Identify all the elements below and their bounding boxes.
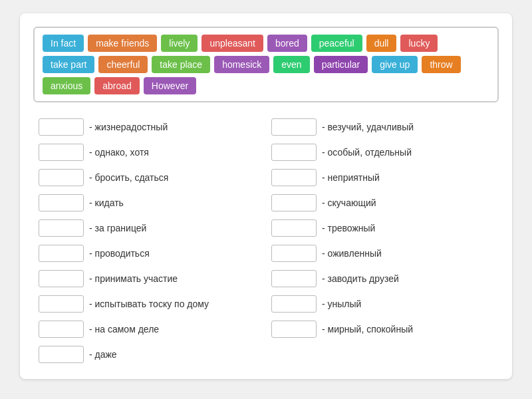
word-chip-17[interactable]: abroad	[94, 77, 140, 94]
left-input-0[interactable]	[39, 118, 84, 136]
word-chip-16[interactable]: anxious	[43, 77, 90, 94]
right-input-5[interactable]	[271, 245, 317, 262]
left-match-row-0: - жизнерадостный	[33, 116, 266, 138]
left-input-1[interactable]	[39, 144, 84, 161]
left-text-3: - кидать	[89, 198, 124, 208]
right-text-3: - скучающий	[322, 198, 376, 208]
left-input-9[interactable]	[39, 346, 84, 363]
left-text-9: - даже	[89, 349, 117, 360]
right-match-row-4: - тревожный	[266, 217, 499, 239]
left-match-row-1: - однако, хотя	[33, 141, 266, 164]
right-input-4[interactable]	[271, 219, 317, 237]
left-input-6[interactable]	[39, 270, 84, 287]
left-input-5[interactable]	[39, 245, 84, 262]
right-input-1[interactable]	[271, 144, 317, 161]
left-match-row-7: - испытывать тоску по дому	[33, 293, 266, 315]
word-chip-10[interactable]: take place	[152, 56, 210, 73]
right-text-8: - мирный, спокойный	[322, 324, 413, 334]
right-text-0: - везучий, удачливый	[322, 122, 414, 132]
right-text-6: - заводить друзей	[322, 273, 399, 284]
left-text-7: - испытывать тоску по дому	[89, 299, 209, 309]
left-match-row-9: - даже	[33, 343, 266, 366]
word-chip-8[interactable]: take part	[43, 56, 94, 73]
right-input-8[interactable]	[271, 321, 317, 338]
right-text-5: - оживленный	[322, 248, 382, 259]
right-input-6[interactable]	[271, 270, 317, 287]
right-text-1: - особый, отдельный	[322, 147, 412, 158]
right-text-4: - тревожный	[322, 223, 375, 233]
left-input-8[interactable]	[39, 321, 84, 338]
word-chip-5[interactable]: peaceful	[311, 35, 362, 52]
word-bank: In factmake friendslivelyunpleasantbored…	[33, 27, 499, 102]
word-chip-13[interactable]: particular	[314, 56, 368, 73]
left-match-row-2: - бросить, сдаться	[33, 166, 266, 189]
word-chip-15[interactable]: throw	[422, 56, 460, 73]
match-area: - жизнерадостный- однако, хотя- бросить,…	[33, 116, 499, 366]
right-input-0[interactable]	[271, 118, 317, 136]
right-input-3[interactable]	[271, 194, 317, 211]
word-chip-14[interactable]: give up	[372, 56, 418, 73]
word-chip-4[interactable]: bored	[267, 35, 307, 52]
word-chip-7[interactable]: lucky	[400, 35, 438, 52]
word-chip-1[interactable]: make friends	[88, 35, 157, 52]
right-match-row-7: - унылый	[266, 293, 499, 315]
left-match-row-6: - принимать участие	[33, 267, 266, 290]
left-column: - жизнерадостный- однако, хотя- бросить,…	[33, 116, 266, 366]
right-column: - везучий, удачливый- особый, отдельный-…	[266, 116, 499, 366]
word-chip-12[interactable]: even	[273, 56, 309, 73]
word-chip-18[interactable]: However	[144, 77, 196, 94]
word-chip-2[interactable]: lively	[161, 35, 198, 52]
left-match-row-4: - за границей	[33, 217, 266, 239]
right-match-row-3: - скучающий	[266, 192, 499, 214]
right-text-2: - неприятный	[322, 172, 380, 183]
word-chip-6[interactable]: dull	[366, 35, 397, 52]
word-chip-0[interactable]: In fact	[43, 35, 84, 52]
word-chip-9[interactable]: cheerful	[98, 56, 148, 73]
right-match-row-6: - заводить друзей	[266, 267, 499, 290]
left-match-row-3: - кидать	[33, 192, 266, 214]
right-input-7[interactable]	[271, 295, 317, 313]
left-text-8: - на самом деле	[89, 324, 159, 334]
left-match-row-5: - проводиться	[33, 242, 266, 265]
right-match-row-5: - оживленный	[266, 242, 499, 265]
left-text-0: - жизнерадостный	[89, 122, 168, 132]
word-chip-11[interactable]: homesick	[214, 56, 269, 73]
word-chip-3[interactable]: unpleasant	[201, 35, 263, 52]
right-input-2[interactable]	[271, 169, 317, 186]
left-match-row-8: - на самом деле	[33, 318, 266, 340]
left-text-4: - за границей	[89, 223, 146, 233]
left-text-5: - проводиться	[89, 248, 150, 259]
right-match-row-0: - везучий, удачливый	[266, 116, 499, 138]
left-input-7[interactable]	[39, 295, 84, 313]
right-match-row-8: - мирный, спокойный	[266, 318, 499, 340]
left-input-2[interactable]	[39, 169, 84, 186]
right-match-row-2: - неприятный	[266, 166, 499, 189]
left-input-3[interactable]	[39, 194, 84, 211]
left-text-6: - принимать участие	[89, 273, 178, 284]
right-match-row-1: - особый, отдельный	[266, 141, 499, 164]
left-text-1: - однако, хотя	[89, 147, 149, 158]
main-container: In factmake friendslivelyunpleasantbored…	[20, 13, 512, 379]
right-text-7: - унылый	[322, 299, 361, 309]
left-input-4[interactable]	[39, 219, 84, 237]
left-text-2: - бросить, сдаться	[89, 172, 168, 183]
